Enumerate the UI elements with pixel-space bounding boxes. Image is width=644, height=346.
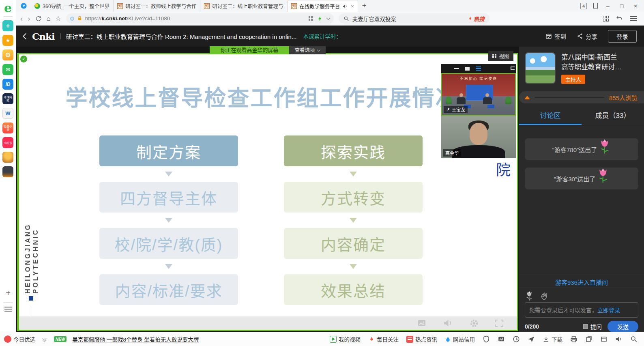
today-picks[interactable]: 今日优选: [4, 335, 35, 343]
browser-tabstrip: 360导航_一个主页，整个世界 知 研讨室一：教师线上教学与合作 知 研讨室二：…: [16, 0, 644, 12]
search-icon[interactable]: [630, 335, 638, 343]
settings-gear-icon[interactable]: [469, 318, 479, 328]
back-chevron-icon[interactable]: [23, 33, 29, 39]
sound-icon[interactable]: [615, 335, 623, 343]
live-sidebar: 第八届中国-新西兰 高等职业教育研讨… 主持人 855人浏览 讨论区 成员（33…: [519, 47, 644, 332]
game-app-2-icon[interactable]: [2, 166, 13, 177]
flame-icon: [468, 16, 473, 21]
add-app-icon[interactable]: +: [3, 288, 14, 299]
flow-box: 方式转变: [284, 182, 423, 213]
apps-grid-icon[interactable]: [603, 16, 609, 21]
browser-bottom-bar: 今日优选 NEW 吴京都佩服他 一部戏8个替身 坐着拍无人敢说要大牌 我的视频 …: [0, 332, 644, 346]
webcam-restore-icon[interactable]: [465, 67, 470, 71]
window-close-button[interactable]: ×: [632, 3, 639, 9]
cnki-logo[interactable]: Cnki: [32, 31, 55, 42]
ask-checkbox[interactable]: [583, 324, 588, 329]
my-videos[interactable]: 我的视频: [330, 335, 361, 343]
collapse-up-icon[interactable]: [524, 96, 530, 99]
volume-icon[interactable]: [443, 318, 453, 328]
mail-icon[interactable]: ✉: [2, 64, 13, 75]
undo-history-icon[interactable]: [616, 15, 623, 22]
history-clock-icon[interactable]: [513, 335, 520, 343]
refresh-button[interactable]: [35, 15, 42, 22]
tab-360-nav[interactable]: 360导航_一个主页，整个世界: [31, 0, 114, 12]
tab-online-teaching-active[interactable]: 知 在线教学服务平台 ×: [287, 0, 358, 12]
send-flower-icon[interactable]: [525, 290, 534, 301]
view-options-button[interactable]: 查看选项: [289, 46, 326, 54]
site-info-icon[interactable]: [70, 17, 74, 21]
person-silhouette: [457, 93, 466, 104]
webcam-nametag: 王宝龙: [444, 106, 468, 113]
game-app-icon[interactable]: [2, 152, 13, 163]
fullscreen-icon[interactable]: [495, 320, 503, 327]
ask-label: 提问: [590, 322, 602, 331]
pinned-home-tab[interactable]: [16, 0, 31, 12]
slide-flow-left: 制定方案 四方督导主体 校/院/学/教(质) 内容/标准/要求: [99, 135, 238, 305]
new-tab-button[interactable]: +: [358, 0, 370, 12]
device-sync-icon[interactable]: [593, 3, 598, 9]
login-now-link[interactable]: 立即登录: [597, 306, 620, 314]
shield-icon[interactable]: [483, 335, 490, 343]
tab-room1[interactable]: 知 研讨室一：教师线上教学与合作: [114, 0, 200, 12]
chat-input[interactable]: 您需要登录后才可以发言， 立即登录: [525, 302, 638, 318]
table-sign: [487, 105, 494, 108]
printer-icon[interactable]: [570, 335, 577, 343]
speed-bolt-icon[interactable]: [317, 16, 323, 21]
boost-rocket-icon[interactable]: [528, 335, 535, 343]
divider: [4, 16, 13, 17]
favorites-star-icon[interactable]: ★: [2, 35, 13, 46]
window-icon[interactable]: [600, 335, 608, 343]
home-button[interactable]: ⌂: [47, 15, 51, 22]
picture-in-picture-icon[interactable]: [417, 318, 427, 328]
live-thumbnail[interactable]: [525, 52, 556, 84]
webcam-minimize-icon[interactable]: [454, 68, 459, 69]
collapse-chevrons-icon[interactable]: [43, 337, 47, 341]
tab-count-badge[interactable]: 4: [580, 3, 587, 9]
xiaohongshu-icon[interactable]: 小红书: [2, 137, 13, 148]
login-button[interactable]: 登录: [608, 30, 637, 43]
screenshot-icon[interactable]: [498, 335, 505, 343]
webcam-layout-icon[interactable]: [511, 67, 515, 70]
window-minimize-button[interactable]: –: [604, 3, 612, 9]
video-app-icon[interactable]: iD: [2, 79, 13, 90]
back-button[interactable]: ‹: [20, 15, 23, 22]
weibo-icon[interactable]: [2, 49, 13, 60]
checkin-button[interactable]: 签到: [545, 32, 566, 41]
tab-close-icon[interactable]: ×: [351, 3, 354, 9]
chevron-down-icon[interactable]: [326, 16, 330, 20]
arrow-down-icon: [350, 172, 357, 176]
download-manager[interactable]: 下载: [543, 335, 562, 343]
health-app-icon[interactable]: +: [2, 20, 13, 31]
search-query: 夫妻厅官双双投案: [352, 15, 396, 23]
extensions-grid-icon[interactable]: [309, 16, 313, 21]
site-credit[interactable]: 网站信用: [445, 335, 475, 343]
word-doc-icon[interactable]: W: [2, 108, 13, 119]
webcam-menu-icon[interactable]: [476, 66, 481, 71]
daily-follow[interactable]: 每日关注: [368, 335, 399, 343]
search-box[interactable]: 夫妻厅官双双投案 热搜: [339, 13, 489, 24]
sidebar-tabs: 讨论区 成员（33）: [519, 105, 644, 125]
hot-search-tag[interactable]: 热搜: [468, 15, 485, 23]
forward-button[interactable]: ›: [28, 15, 30, 22]
window-maximize-button[interactable]: □: [618, 3, 625, 9]
send-button[interactable]: 发送: [608, 321, 638, 332]
bookmark-star-button[interactable]: ☆: [55, 15, 61, 22]
headline-link[interactable]: 吴京都佩服他 一部戏8个替身 坐着拍无人敢说要大牌: [72, 335, 199, 343]
copy-icon[interactable]: [585, 335, 592, 343]
security-lock-icon[interactable]: [77, 16, 82, 21]
app-list-icon[interactable]: [4, 307, 12, 312]
hot-news[interactable]: 热点资讯: [406, 335, 437, 343]
tab-room2[interactable]: 知 研讨室二：线上职业教育管理与: [200, 0, 287, 12]
tab-audio-icon[interactable]: [342, 4, 348, 9]
view-layout-button[interactable]: 视图: [488, 51, 513, 61]
live-info-card: 第八届中国-新西兰 高等职业教育研讨… 主持人: [525, 52, 641, 90]
clap-icon[interactable]: [540, 291, 550, 301]
online-school-icon[interactable]: 环球网校: [2, 93, 13, 104]
tab-discussion[interactable]: 讨论区: [519, 105, 582, 125]
address-bar[interactable]: https://k.cnki.net/KLive?cid=11080: [66, 13, 334, 24]
share-icon: [577, 33, 583, 39]
share-button[interactable]: 分享: [577, 32, 597, 41]
tab-members[interactable]: 成员（33）: [582, 105, 644, 125]
free-novel-icon[interactable]: 免费小说: [2, 122, 13, 133]
menu-hamburger-icon[interactable]: [630, 15, 637, 22]
